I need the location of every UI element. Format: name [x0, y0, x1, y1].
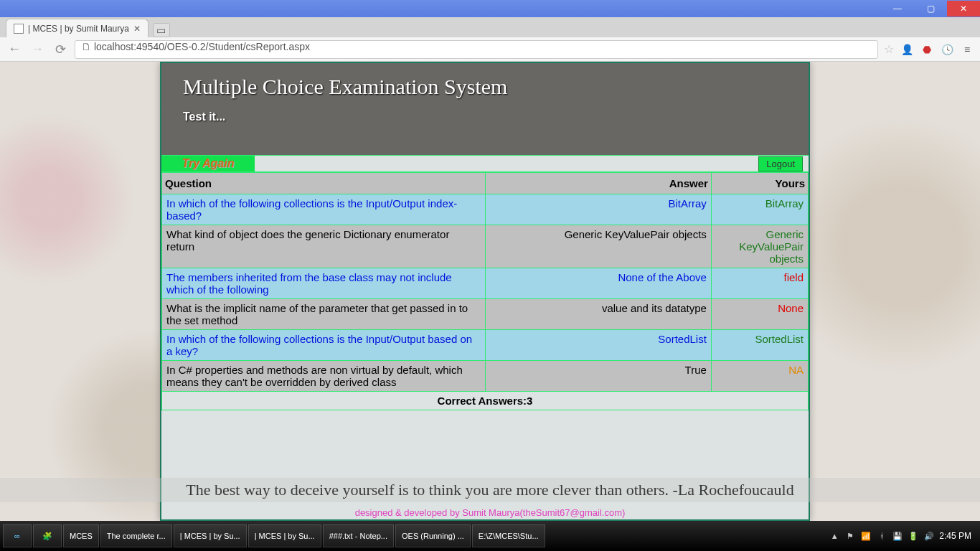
footer-quote: The best way to deceive yourself is to t…: [0, 478, 980, 502]
taskbar-item[interactable]: E:\Z\MCES\Stu...: [472, 524, 545, 547]
cell-answer: True: [485, 361, 711, 392]
control-row: Try Again Logout: [161, 155, 809, 172]
window-minimize[interactable]: —: [881, 1, 914, 17]
bookmark-star-icon[interactable]: ☆: [884, 42, 894, 56]
hero-banner: Multiple Choice Examination System Test …: [161, 63, 809, 155]
cell-answer: None of the Above: [485, 268, 711, 299]
table-row: In which of the following collections is…: [162, 194, 809, 225]
task-icon-1[interactable]: 🧩: [33, 524, 62, 547]
footer-credit: designed & developed by Sumit Maurya(the…: [0, 507, 980, 518]
windows-taskbar: ∞ 🧩 MCESThe complete r...| MCES | by Su.…: [0, 521, 980, 551]
window-close[interactable]: ✕: [947, 1, 980, 17]
tray-flag-icon[interactable]: ▲: [829, 530, 840, 542]
cell-question: In C# properties and methods are non vir…: [162, 361, 486, 392]
page-viewport: Multiple Choice Examination System Test …: [0, 62, 980, 521]
cell-yours: field: [711, 268, 808, 299]
cell-question: What kind of object does the generic Dic…: [162, 225, 486, 268]
cell-yours: NA: [711, 361, 808, 392]
app-frame: Multiple Choice Examination System Test …: [160, 62, 810, 521]
url-text: localhost:49540/OES-0.2/Student/csReport…: [94, 41, 310, 52]
cell-answer: SortedList: [485, 330, 711, 361]
taskbar-item[interactable]: The complete r...: [100, 524, 172, 547]
cell-question: What is the implicit name of the paramet…: [162, 299, 486, 330]
try-again-label: Try Again: [182, 157, 235, 170]
header-answer: Answer: [485, 173, 711, 194]
taskbar-item[interactable]: OES (Running) ...: [395, 524, 471, 547]
summary-row: Correct Answers:3: [162, 392, 809, 410]
header-question: Question: [162, 173, 486, 194]
page-icon: [14, 24, 24, 34]
forward-button[interactable]: →: [29, 41, 46, 58]
tab-close-icon[interactable]: ✕: [133, 24, 141, 34]
cell-answer: BitArray: [485, 194, 711, 225]
reload-button[interactable]: ⟳: [52, 41, 69, 58]
extension-icon-2[interactable]: ⬣: [920, 42, 934, 57]
browser-tab-strip: | MCES | by Sumit Maurya ✕ ▭: [0, 17, 980, 37]
logout-button[interactable]: Logout: [758, 156, 803, 171]
extension-icon-3[interactable]: 🕓: [940, 42, 954, 57]
table-row: The members inherited from the base clas…: [162, 268, 809, 299]
cell-yours: SortedList: [711, 330, 808, 361]
back-button[interactable]: ←: [6, 41, 23, 58]
cell-yours: BitArray: [711, 194, 808, 225]
cell-question: The members inherited from the base clas…: [162, 268, 486, 299]
table-row: What is the implicit name of the paramet…: [162, 299, 809, 330]
browser-tab[interactable]: | MCES | by Sumit Maurya ✕: [6, 19, 149, 37]
tray-action-icon[interactable]: ⚑: [844, 530, 856, 542]
cell-question: In which of the following collections is…: [162, 330, 486, 361]
cell-answer: Generic KeyValuePair objects: [485, 225, 711, 268]
tray-bt-icon[interactable]: ᚼ: [876, 530, 887, 542]
browser-toolbar: ← → ⟳ 🗋 localhost:49540/OES-0.2/Student/…: [0, 37, 980, 62]
cell-answer: value and its datatype: [485, 299, 711, 330]
chrome-menu-icon[interactable]: ≡: [960, 42, 974, 57]
tray-disk-icon[interactable]: 💾: [892, 530, 903, 542]
system-tray: ▲ ⚑ 📶 ᚼ 💾 🔋 🔊 2:45 PM: [829, 530, 977, 542]
app-tagline: Test it...: [183, 110, 787, 123]
taskbar-item[interactable]: | MCES | by Su...: [248, 524, 321, 547]
taskbar-item[interactable]: | MCES | by Su...: [174, 524, 247, 547]
new-tab-button[interactable]: ▭: [153, 23, 170, 37]
tray-battery-icon[interactable]: 🔋: [908, 530, 919, 542]
tab-title: | MCES | by Sumit Maurya: [28, 24, 129, 34]
tray-network-icon[interactable]: 📶: [860, 530, 872, 542]
extension-icon-1[interactable]: 👤: [900, 42, 914, 57]
taskbar-item[interactable]: MCES: [63, 524, 99, 547]
taskbar-item[interactable]: ###.txt - Notep...: [323, 524, 394, 547]
window-titlebar: — ▢ ✕: [0, 0, 980, 17]
window-maximize[interactable]: ▢: [914, 1, 947, 17]
start-button[interactable]: ∞: [3, 524, 32, 547]
results-table: Question Answer Yours In which of the fo…: [161, 172, 809, 410]
try-again-link[interactable]: Try Again: [161, 156, 255, 171]
table-row: In C# properties and methods are non vir…: [162, 361, 809, 392]
tray-volume-icon[interactable]: 🔊: [923, 530, 935, 542]
header-yours: Yours: [711, 173, 808, 194]
taskbar-clock[interactable]: 2:45 PM: [939, 531, 971, 541]
address-bar[interactable]: 🗋 localhost:49540/OES-0.2/Student/csRepo…: [75, 40, 878, 59]
cell-yours: None: [711, 299, 808, 330]
cell-yours: Generic KeyValuePair objects: [711, 225, 808, 268]
summary-text: Correct Answers:3: [162, 392, 809, 410]
table-header-row: Question Answer Yours: [162, 173, 809, 194]
table-row: In which of the following collections is…: [162, 330, 809, 361]
app-title: Multiple Choice Examination System: [183, 75, 787, 99]
cell-question: In which of the following collections is…: [162, 194, 486, 225]
table-row: What kind of object does the generic Dic…: [162, 225, 809, 268]
